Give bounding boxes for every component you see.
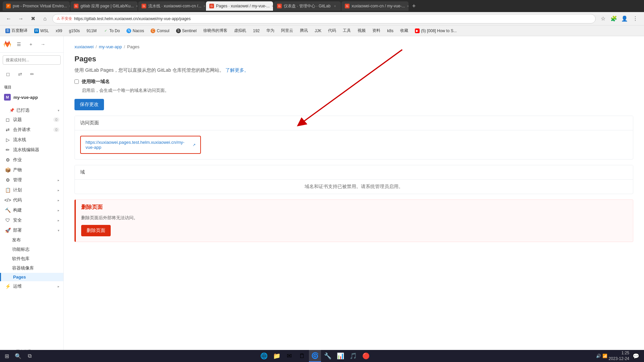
taskbar-explorer-icon[interactable]: 📁	[271, 350, 283, 362]
bookmark-aliyun[interactable]: 阿里云	[278, 27, 296, 34]
sidebar-item-operations[interactable]: ⚡ 运维 ▸	[0, 281, 63, 291]
go-to-button[interactable]: →	[38, 39, 48, 50]
taskbar-edge-icon[interactable]: 🌐	[258, 350, 270, 362]
back-button[interactable]: ←	[4, 14, 13, 23]
sidebar-item-code[interactable]: </> 代码 ▸	[0, 195, 63, 205]
sidebar-search-input[interactable]	[3, 55, 61, 65]
bookmark-x99[interactable]: x99	[53, 28, 65, 34]
sidebar-item-plan[interactable]: 📋 计划 ▸	[0, 185, 63, 195]
taskbar-chrome-icon[interactable]: 🌀	[309, 350, 321, 362]
sidebar-item-jobs[interactable]: ⚙ 作业	[0, 155, 63, 165]
new-tab-button[interactable]: +	[409, 1, 419, 11]
taskbar-app4-icon[interactable]: 🗒	[296, 350, 308, 362]
create-new-button[interactable]: +	[25, 39, 36, 50]
bookmark-favorites[interactable]: 收藏	[397, 27, 411, 34]
gl-logo[interactable]	[3, 39, 12, 50]
tab-close-pipeline[interactable]: ×	[204, 3, 205, 9]
tab-close-xuxiaowei[interactable]: ×	[407, 3, 409, 9]
sidebar-sub-container-registry[interactable]: 容器镜像库	[0, 263, 63, 273]
sidebar-sub-feature-flags[interactable]: 功能标志	[0, 245, 63, 254]
sidebar-item-security[interactable]: 🛡 安全 ▸	[0, 215, 63, 225]
sidebar-sub-packages[interactable]: 软件包库	[0, 254, 63, 263]
pages-url-link[interactable]: https://xuxiaowei.pages.test.helm.xuxiao…	[86, 140, 190, 150]
bookmark-sentinel[interactable]: S Sentinel	[173, 28, 199, 34]
merge-requests-icon-btn[interactable]: ⇄	[15, 69, 25, 79]
bookmark-wsl[interactable]: W WSL	[32, 28, 52, 34]
sidebar-item-build[interactable]: 🔨 构建 ▸	[0, 205, 63, 215]
tab-close-pve[interactable]: ×	[69, 3, 70, 9]
save-changes-button[interactable]: 保存更改	[74, 99, 104, 110]
start-button[interactable]: ⊞	[1, 351, 12, 361]
search-taskbar-button[interactable]: 🔍	[13, 351, 23, 361]
bookmark-baidu-translate[interactable]: B 百度翻译	[3, 27, 30, 34]
bookmark-code[interactable]: 代码	[325, 27, 339, 34]
bookmark-materials[interactable]: 资料	[370, 27, 383, 34]
edit-icon-btn[interactable]: ✏	[27, 69, 38, 79]
bookmark-star-icon[interactable]: ☆	[598, 14, 608, 23]
artifacts-icon: 📦	[5, 167, 10, 173]
pinned-section: 📌 已打选 ▾	[0, 106, 63, 115]
tab-pages-active[interactable]: G Pages · xuxiaowei / my-vue-... ×	[206, 1, 273, 11]
bookmark-k8s[interactable]: k8s	[384, 28, 396, 34]
task-view-button[interactable]: ⧉	[24, 351, 35, 361]
sidebar-item-deploy[interactable]: 🚀 部署 ▾	[0, 225, 63, 235]
tab-dashboard[interactable]: G 仪表盘 · 管理中心 · GitLab ×	[274, 1, 341, 11]
taskbar-mail-icon[interactable]: ✉	[283, 350, 296, 362]
breadcrumb-link-app[interactable]: my-vue-app	[99, 44, 122, 49]
bookmark-huawei[interactable]: 华为	[264, 27, 277, 34]
delete-pages-button[interactable]: 删除页面	[81, 225, 111, 236]
bookmark-youtube[interactable]: ▶ (5) [008] How to S...	[412, 28, 460, 34]
extensions-icon[interactable]: 🧩	[609, 14, 619, 23]
taskbar-date-display: 2023-12-24	[609, 356, 629, 362]
bookmark-tencent[interactable]: 腾讯	[297, 27, 311, 34]
reload-button[interactable]: ✖	[28, 14, 38, 23]
unique-domain-checkbox[interactable]	[74, 79, 79, 84]
sidebar-item-pipeline-editor[interactable]: ✏ 流水线编辑器	[0, 145, 63, 155]
sidebar-item-merge-requests[interactable]: ⇄ 合并请求 0	[0, 125, 63, 135]
sidebar-item-pipeline[interactable]: ▷ 流水线	[0, 135, 63, 145]
taskbar-app8-icon[interactable]: 🎵	[347, 350, 359, 362]
tab-xuxiaowei[interactable]: G xuxiaowei-com-cn / my-vue-... ×	[341, 1, 409, 11]
bookmark-911m[interactable]: 911M	[84, 28, 99, 34]
bookmark-vm[interactable]: 虚拟机	[231, 27, 249, 34]
tab-close-gitlab-app[interactable]: ×	[136, 3, 138, 9]
tab-pve[interactable]: P pve - Proxmox Virtual Enviro... ×	[3, 1, 70, 11]
sidebar-sub-pages[interactable]: Pages	[0, 273, 63, 281]
sidebar-icon-row: ◻ ⇄ ✏	[0, 67, 63, 81]
bookmark-video[interactable]: 视频	[355, 27, 368, 34]
plan-icon: 📋	[5, 187, 10, 193]
notification-button[interactable]: 💬	[631, 351, 641, 361]
project-name-item[interactable]: M my-vue-app	[0, 91, 63, 103]
profile-icon[interactable]: 👤	[620, 14, 629, 23]
sidebar-item-issues[interactable]: ◻ 议题 0	[0, 115, 63, 125]
bookmark-blog[interactable]: 徐晓伟的博客	[201, 27, 230, 34]
bookmark-nacos[interactable]: N Nacos	[124, 28, 147, 34]
bookmark-consul[interactable]: C Consul	[148, 28, 172, 34]
tab-close-pages[interactable]: ×	[272, 3, 273, 9]
bookmark-tools[interactable]: 工具	[340, 27, 354, 34]
forward-button[interactable]: →	[16, 14, 25, 23]
breadcrumb-link-xuxiaowei[interactable]: xuxiaowei	[74, 44, 94, 49]
page-desc-text: 使用 GitLab Pages，您可以直接从您的 GitLab 仓库托管您的静态…	[74, 67, 224, 73]
taskbar-app9-icon[interactable]: 🔴	[360, 350, 372, 362]
tab-close-dashboard[interactable]: ×	[332, 3, 337, 9]
address-url: https://gitlab.test.helm.xuxiaowei.cn/xu…	[74, 16, 191, 21]
sidebar-item-artifacts[interactable]: 📦 产物	[0, 165, 63, 175]
learn-more-link[interactable]: 了解更多。	[225, 67, 249, 73]
taskbar-app7-icon[interactable]: 📊	[334, 350, 346, 362]
menu-icon[interactable]: ⋮	[631, 14, 640, 23]
home-button[interactable]: ⌂	[40, 14, 50, 23]
bookmark-g150s[interactable]: g150s	[66, 28, 83, 34]
taskbar-app6-icon[interactable]: 🔧	[322, 350, 334, 362]
bookmark-todo[interactable]: ✓ To Do	[101, 28, 122, 34]
tab-pipeline[interactable]: G 流水线 · xuxiaowei-com-cn /... ×	[138, 1, 205, 11]
address-input-bar[interactable]: ⚠ 不安全 https://gitlab.test.helm.xuxiaowei…	[52, 14, 596, 23]
sidebar-toggle-button[interactable]: ☰	[13, 39, 24, 50]
issues-icon-btn[interactable]: ◻	[3, 69, 13, 79]
bookmark-label: 代码	[328, 28, 336, 34]
bookmark-192[interactable]: 192	[250, 28, 262, 34]
tab-gitlab-app[interactable]: G gitlab 应用 page | GitLab/Ku... ×	[70, 1, 138, 11]
sidebar-sub-publish[interactable]: 发布	[0, 235, 63, 245]
bookmark-jjk[interactable]: JJK	[312, 28, 324, 34]
sidebar-item-manage[interactable]: ⚙ 管理 ▸	[0, 175, 63, 185]
